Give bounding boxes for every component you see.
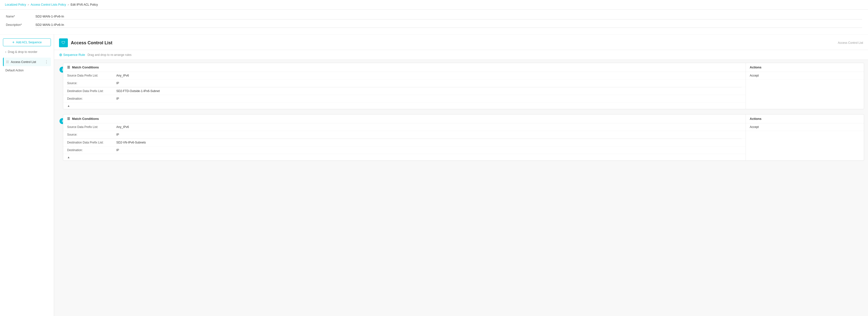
more-options-icon[interactable]: ⋮ — [44, 60, 49, 64]
collapse-arrow-1[interactable]: ▲ — [63, 103, 746, 109]
source-prefix-value-1: Any_IPv6 — [116, 74, 129, 77]
action-row-1: Accept — [746, 72, 864, 80]
hamburger-icon-1: ☰ — [67, 65, 70, 69]
breadcrumb-sep-1: > — [28, 3, 29, 6]
seq-block-actions-2: ✎ ⧉ 🗑 — [867, 116, 868, 139]
action-row-2: Accept — [746, 123, 864, 131]
dest-prefix-label-2: Destination Data Prefix List: — [67, 141, 116, 144]
drag-reorder-hint: ↕ Drag & drop to reorder — [3, 49, 51, 55]
copy-button-1[interactable]: ⧉ — [867, 73, 868, 80]
sidebar: + Add ACL Sequence ↕ Drag & drop to reor… — [0, 34, 54, 316]
sidebar-item-label: Access Control List — [11, 60, 42, 64]
acl-shield-icon: 🛡 — [61, 40, 65, 45]
description-label: Description* — [6, 23, 35, 27]
content-area: 🛡 Access Control List Access Control Lis… — [54, 34, 868, 316]
match-conditions-label-2: Match Conditions — [72, 117, 99, 121]
source-prefix-value-2: Any_IPv6 — [116, 125, 129, 129]
acl-title: Access Control List — [71, 40, 112, 46]
sequence-bar: ⊕ Sequence Rule Drag and drop to re-arra… — [54, 50, 868, 60]
sequence-block-2: ☰ Match Conditions Source Data Prefix Li… — [63, 114, 864, 161]
seq-block-actions-1: ✎ ⧉ 🗑 — [867, 65, 868, 87]
acl-icon-box: 🛡 — [59, 38, 68, 47]
seq-row-2-2: Source: IP — [63, 131, 746, 139]
breadcrumb-current: Edit IPV6 ACL Policy — [70, 3, 98, 6]
acl-top-link[interactable]: Access Control List — [838, 41, 863, 45]
source-label-2: Source: — [67, 133, 116, 136]
acl-title-area: 🛡 Access Control List — [59, 38, 112, 47]
source-value-2: IP — [116, 133, 119, 136]
add-acl-button[interactable]: + Add ACL Sequence — [3, 38, 51, 46]
breadcrumb-localized-policy[interactable]: Localized Policy — [5, 3, 26, 6]
dest-prefix-value-1: SD2-FTD-Outside-1-IPv6-Subnet — [116, 89, 160, 93]
breadcrumb: Localized Policy > Access Control Lists … — [0, 0, 868, 9]
breadcrumb-sep-2: > — [68, 3, 69, 6]
source-value-1: IP — [116, 82, 119, 85]
acl-header: 🛡 Access Control List Access Control Lis… — [54, 34, 868, 50]
source-label-1: Source: — [67, 82, 116, 85]
seq-row-1-1: Source Data Prefix List: Any_IPv6 — [63, 72, 746, 80]
actions-header-2: Actions — [746, 114, 864, 123]
seq-row-1-3: Destination Data Prefix List: SD2-FTD-Ou… — [63, 87, 746, 95]
seq-block-inner-1: ☰ Match Conditions Source Data Prefix Li… — [63, 63, 864, 109]
seq-row-2-1: Source Data Prefix List: Any_IPv6 — [63, 123, 746, 131]
seq-actions-area-1: Actions Accept — [746, 63, 864, 109]
edit-button-1[interactable]: ✎ — [867, 65, 868, 71]
plus-icon: + — [12, 40, 14, 44]
seq-actions-area-2: Actions Accept — [746, 114, 864, 161]
sequence-list: 1 ☰ Match Conditions Source Data Prefix … — [54, 60, 868, 169]
action-value-1: Accept — [750, 74, 759, 77]
description-row: Description* — [6, 22, 862, 28]
dest-value-1: IP — [116, 97, 119, 100]
edit-button-2[interactable]: ✎ — [867, 116, 868, 123]
sequence-rule-button[interactable]: ⊕ Sequence Rule — [59, 52, 85, 57]
match-conditions-label-1: Match Conditions — [72, 65, 99, 69]
seq-row-2-4: Destination: IP — [63, 146, 746, 154]
dest-value-2: IP — [116, 148, 119, 152]
default-action-item[interactable]: Default Action — [3, 67, 51, 74]
match-conditions-header-1: ☰ Match Conditions — [63, 63, 746, 72]
name-input[interactable] — [35, 13, 862, 20]
seq-match-area-2: ☰ Match Conditions Source Data Prefix Li… — [63, 114, 746, 161]
collapse-arrow-2[interactable]: ▲ — [63, 154, 746, 161]
copy-button-2[interactable]: ⧉ — [867, 124, 868, 131]
drag-icon: ↕ — [5, 50, 6, 54]
plus-circle-icon: ⊕ — [59, 52, 62, 57]
actions-label-2: Actions — [750, 117, 762, 121]
dest-label-1: Destination: — [67, 97, 116, 100]
seq-row-1-4: Destination: IP — [63, 95, 746, 103]
dest-prefix-value-2: SD2-VN-IPv6-Subnets — [116, 141, 146, 144]
hamburger-icon-2: ☰ — [67, 117, 70, 121]
sequence-rule-label: Sequence Rule — [63, 53, 85, 57]
actions-header-1: Actions — [746, 63, 864, 72]
sequence-drag-hint: Drag and drop to re-arrange rules — [88, 53, 131, 57]
name-label: Name* — [6, 15, 35, 18]
actions-label-1: Actions — [750, 65, 762, 69]
action-value-2: Accept — [750, 125, 759, 129]
breadcrumb-acl-policy[interactable]: Access Control Lists Policy — [30, 3, 66, 6]
sidebar-item-acl[interactable]: ☷ Access Control List ⋮ — [3, 58, 51, 66]
seq-match-area-1: ☰ Match Conditions Source Data Prefix Li… — [63, 63, 746, 109]
delete-button-1[interactable]: 🗑 — [867, 81, 868, 87]
form-section: Name* Description* — [0, 9, 868, 34]
name-row: Name* — [6, 13, 862, 20]
grid-icon: ☷ — [6, 60, 9, 64]
dest-prefix-label-1: Destination Data Prefix List: — [67, 89, 116, 93]
description-input[interactable] — [35, 22, 862, 28]
drag-hint-text: Drag & drop to reorder — [8, 50, 37, 54]
dest-label-2: Destination: — [67, 148, 116, 152]
add-acl-label: Add ACL Sequence — [16, 40, 41, 44]
sequence-block-1: ☰ Match Conditions Source Data Prefix Li… — [63, 63, 864, 109]
seq-row-2-3: Destination Data Prefix List: SD2-VN-IPv… — [63, 139, 746, 146]
main-layout: + Add ACL Sequence ↕ Drag & drop to reor… — [0, 34, 868, 316]
seq-block-inner-2: ☰ Match Conditions Source Data Prefix Li… — [63, 114, 864, 161]
source-prefix-label-2: Source Data Prefix List: — [67, 125, 116, 129]
match-conditions-header-2: ☰ Match Conditions — [63, 114, 746, 123]
seq-row-1-2: Source: IP — [63, 80, 746, 87]
delete-button-2[interactable]: 🗑 — [867, 132, 868, 139]
source-prefix-label-1: Source Data Prefix List: — [67, 74, 116, 77]
